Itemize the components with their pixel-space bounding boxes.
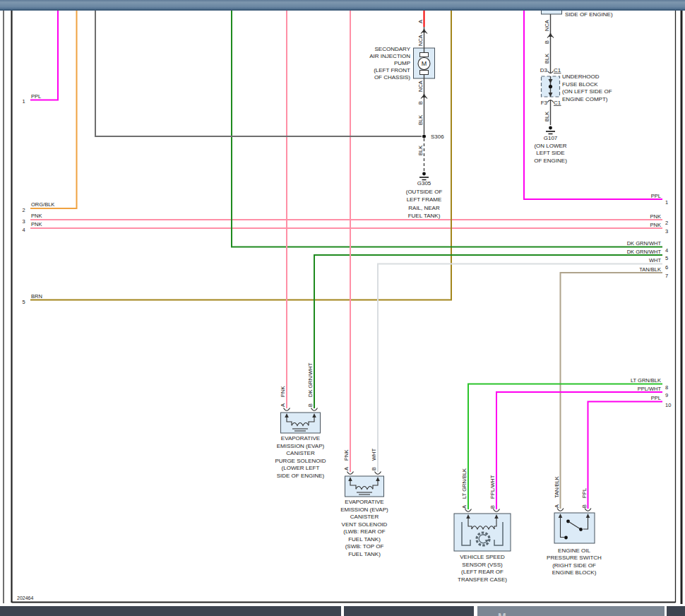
right-pin-num: 8 xyxy=(665,384,668,391)
wire-color-label: WHT xyxy=(371,449,377,461)
fuse-wire-label: BLK xyxy=(544,112,550,122)
ground-label-g107: G107 xyxy=(544,135,558,141)
vent-caption: VENT SOLENOID xyxy=(342,521,388,528)
motor-letter: M xyxy=(422,60,427,67)
vss-caption: TRANSFER CASE) xyxy=(458,576,507,583)
oil-switch-caption: ENGINE OIL xyxy=(558,547,590,554)
pump-terminal-a-label: A xyxy=(417,20,424,23)
pump-wire-label: BLK xyxy=(417,115,424,125)
bottom-bar-segment-2[interactable] xyxy=(344,606,474,616)
purge-caption: CANISTER xyxy=(286,450,315,456)
wire-color-label: PPL/WHT xyxy=(489,475,496,499)
wire-ltgrnblk-right-8 xyxy=(468,384,662,510)
right-pin-label: DK GRN/WHT xyxy=(627,240,662,247)
right-pin-num: 5 xyxy=(665,255,668,261)
right-pin-num: 6 xyxy=(665,264,668,271)
ground-label-g107: (ON LOWER xyxy=(534,143,566,149)
right-pin-label: WHT xyxy=(649,257,661,263)
bottom-bar-segment-1[interactable] xyxy=(0,606,341,616)
right-pin-num: 9 xyxy=(665,392,668,398)
right-pin-label: PNK xyxy=(650,213,661,220)
pump-terminal-b-label: B xyxy=(417,101,424,105)
vss-caption: SENSOR (VSS) xyxy=(462,562,503,568)
fuse-wire-label: NCA xyxy=(544,20,550,31)
vent-caption: (SWB: TOP OF xyxy=(345,543,384,550)
left-pin-num: 2 xyxy=(22,207,25,213)
wire-pplwht-right-9 xyxy=(496,392,662,509)
vent-caption: FUEL TANK) xyxy=(348,551,381,557)
splice-label: S306 xyxy=(431,134,444,140)
right-pin-num: 7 xyxy=(665,273,668,279)
top-toolbar[interactable] xyxy=(0,0,685,11)
oil-switch-caption: (RIGHT SIDE OF xyxy=(552,562,596,569)
terminal-cup-icon xyxy=(494,509,500,512)
sheet-number: 202464 xyxy=(17,596,33,600)
right-pin-label: TAN/BLK xyxy=(639,266,661,273)
terminal-cup-icon xyxy=(311,408,318,411)
wire-orgblk-left-2 xyxy=(30,11,77,208)
switch-contact-dot xyxy=(564,536,568,540)
bottom-bar-segment-4[interactable] xyxy=(667,606,685,616)
right-pin-label: PPL/WHT xyxy=(638,386,662,392)
left-pin-num: 5 xyxy=(22,299,25,305)
terminal-cup-icon xyxy=(284,408,290,411)
vent-caption: FUEL TANK) xyxy=(348,536,381,543)
terminal-cup-icon xyxy=(347,472,354,475)
left-pin-label: PNK xyxy=(31,221,42,227)
ground-label-g305: (OUTSIDE OF xyxy=(406,189,443,195)
motor-brush-icon xyxy=(420,53,429,57)
terminal-b-label: B xyxy=(489,505,496,509)
vent-caption: EVAPORATIVE xyxy=(345,499,383,505)
fuse-connector-in: C1 xyxy=(554,67,561,73)
wire-ppl-left-1 xyxy=(30,11,58,100)
wire-ppl-right-10 xyxy=(588,402,663,509)
fuse-caption: FUSE BLOCK xyxy=(562,81,598,88)
wiring-diagram-viewer: 1 PPL 2 ORG/BLK 3 PNK 4 PNK 5 BRN PPL 1 … xyxy=(0,0,685,616)
purge-caption: (LOWER LEFT xyxy=(282,465,320,471)
footer-partial-logo: M xyxy=(498,611,506,616)
vent-caption: EMISSION (EVAP) xyxy=(340,507,388,513)
wire-color-label: DK GRN/WHT xyxy=(307,362,314,397)
ground-dot xyxy=(422,172,426,176)
vss-caption: VEHICLE SPEED xyxy=(460,554,505,560)
pump-caption: SECONDARY xyxy=(374,46,410,52)
cutoff-component-caption: SIDE OF ENGINE) xyxy=(565,11,613,18)
fuse-pin-out: F3 xyxy=(541,100,548,106)
left-pin-num: 1 xyxy=(22,98,25,105)
terminal-a-label: A xyxy=(280,403,286,407)
right-pin-num: 2 xyxy=(665,220,668,226)
left-pin-label: ORG/BLK xyxy=(31,201,54,208)
purge-caption: PURGE SOLENOID xyxy=(275,458,326,464)
wire-color-label: LT GRN/BLK xyxy=(461,468,467,499)
terminal-b-label: B xyxy=(581,504,588,508)
component-vss: A LT GRN/BLK B PPL/WHT VEHICLE SPEED SEN… xyxy=(454,468,511,583)
terminal-a-label: A xyxy=(461,505,467,509)
wire-color-label: TAN/BLK xyxy=(554,476,560,498)
ground-label-g305: G305 xyxy=(417,180,431,186)
wire-color-label: PPL xyxy=(581,488,588,498)
pump-caption: (LEFT FRONT xyxy=(374,67,410,73)
right-pin-num: 1 xyxy=(665,199,668,206)
bottom-bar-segment-3[interactable]: M xyxy=(477,606,665,616)
switch-contact-dot xyxy=(579,528,583,531)
ground-dot xyxy=(549,126,552,130)
vent-caption: CANISTER xyxy=(350,514,379,520)
right-pin-num: 3 xyxy=(665,228,668,235)
wiring-diagram-canvas[interactable]: 1 PPL 2 ORG/BLK 3 PNK 4 PNK 5 BRN PPL 1 … xyxy=(0,0,685,616)
fuse-caption: (ON LEFT SIDE OF xyxy=(562,88,612,95)
motor-brush-icon xyxy=(420,71,429,75)
ground-label-g305: RAIL, NEAR xyxy=(408,205,440,211)
component-oil-pressure-switch: A TAN/BLK B PPL ENGINE OIL PRESSURE SWIT… xyxy=(547,476,602,576)
wire-dkgrnwht-right-5 xyxy=(314,255,662,408)
wire-wht-right-6 xyxy=(378,264,662,473)
wire-gray-s306 xyxy=(95,11,422,136)
pump-wire-label: BLK xyxy=(417,146,424,155)
right-pin-labels: PPL 1 PNK 2 PNK 3 DK GRN/WHT 4 DK GRN/WH… xyxy=(627,193,672,408)
fuse-pin-in: D3 xyxy=(540,67,548,73)
right-pin-label: DK GRN/WHT xyxy=(627,249,662,255)
purge-caption: EMISSION (EVAP) xyxy=(277,443,325,449)
terminal-a-label: A xyxy=(554,504,560,508)
right-pin-label: PPL xyxy=(651,395,661,401)
pump-wire-label: NCA xyxy=(417,35,424,46)
splice-dot-s306 xyxy=(422,135,426,138)
